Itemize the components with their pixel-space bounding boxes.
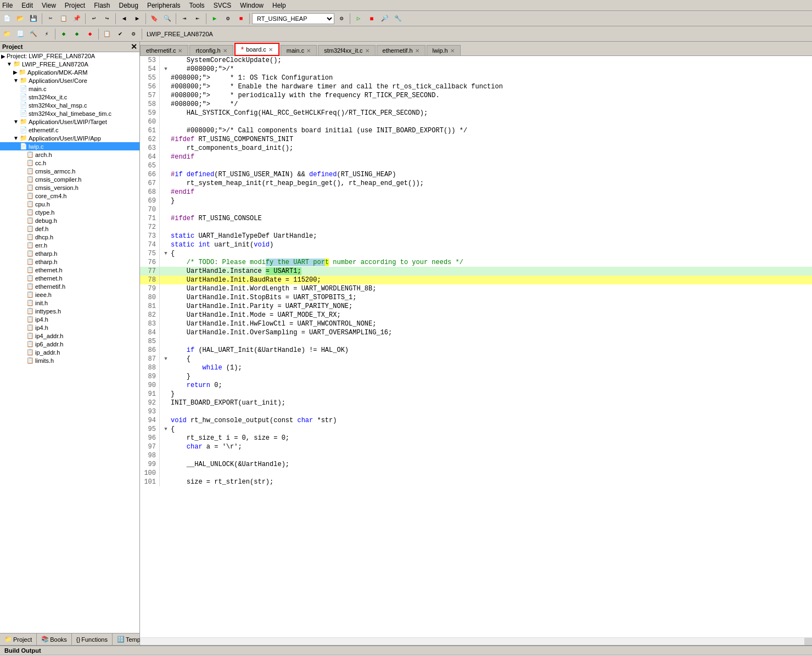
tb2-btn5[interactable]: 📋 (101, 28, 113, 40)
tree-dhcp-h[interactable]: 📋 dhcp.h (0, 233, 139, 241)
find-button[interactable]: 🔍 (161, 13, 173, 25)
copy-button[interactable]: 📋 (58, 13, 70, 25)
tree-err-h[interactable]: 📋 err.h (0, 241, 139, 249)
menu-window[interactable]: Window (240, 2, 264, 9)
horizontal-scrollbar[interactable] (140, 637, 812, 645)
tree-main-c[interactable]: 📄 main.c (0, 85, 139, 93)
save-button[interactable]: 💾 (27, 13, 40, 25)
tree-stm32-it[interactable]: 📄 stm32f4xx_it.c (0, 93, 139, 101)
new-file-button[interactable]: 📄 (1, 13, 13, 25)
tree-ethernet-h1[interactable]: 📋 ethernet.h (0, 266, 139, 274)
build-button[interactable]: ▶ (209, 13, 221, 25)
nav-forward-button[interactable]: ▶ (131, 13, 143, 25)
tab-main-c[interactable]: main.c ✕ (281, 45, 317, 55)
tab-rtconfig-h[interactable]: rtconfig.h ✕ (189, 45, 233, 55)
editor-content[interactable]: 53 SystemCoreClockUpdate();54▼ #008000;"… (140, 56, 812, 637)
tree-arch-h[interactable]: 📋 arch.h (0, 150, 139, 159)
outdent-button[interactable]: ⇤ (192, 13, 204, 25)
tab-lwip-h-close[interactable]: ✕ (450, 48, 455, 54)
settings-button[interactable]: 🔧 (392, 13, 404, 25)
tab-stm32f4xx-it-close[interactable]: ✕ (365, 48, 369, 54)
tree-cmsis-armcc[interactable]: 📋 cmsis_armcc.h (0, 167, 139, 175)
tree-project[interactable]: ▼ 📁 LWIP_FREE_LAN8720A (0, 60, 139, 68)
cut-button[interactable]: ✂ (44, 13, 57, 25)
tab-project[interactable]: 📁 Project (0, 633, 37, 645)
tab-main-c-close[interactable]: ✕ (306, 48, 311, 54)
tab-board-c[interactable]: * board.c ✕ (234, 43, 279, 56)
tab-functions[interactable]: {} Functions (72, 633, 113, 645)
tab-lwip-h[interactable]: lwip.h ✕ (427, 45, 461, 55)
tab-rtconfig-h-close[interactable]: ✕ (223, 48, 227, 54)
tree-debug-h[interactable]: 📋 debug.h (0, 216, 139, 225)
tree-def-h[interactable]: 📋 def.h (0, 225, 139, 233)
tree-core-cm4[interactable]: 📋 core_cm4.h (0, 192, 139, 200)
tree-ieee-h[interactable]: 📋 ieee.h (0, 290, 139, 299)
tree-ip-addr-h[interactable]: 📋 ip_addr.h (0, 348, 139, 356)
tree-init-h[interactable]: 📋 init.h (0, 299, 139, 307)
tree-cmsis-compiler[interactable]: 📋 cmsis_compiler.h (0, 175, 139, 183)
open-button[interactable]: 📂 (14, 13, 26, 25)
tree-cpu-h[interactable]: 📋 cpu.h (0, 200, 139, 208)
h-scroll-thumb[interactable] (804, 638, 812, 645)
project-panel-close[interactable]: ✕ (131, 43, 137, 51)
tree-etharp-h1[interactable]: 📋 etharp.h (0, 249, 139, 257)
stop-button[interactable]: ■ (235, 13, 247, 25)
tb2-btn7[interactable]: ⚙ (127, 28, 139, 40)
target-dropdown[interactable]: RT_USING_HEAP (252, 13, 334, 24)
tb2-btn3[interactable]: 🔨 (27, 28, 40, 40)
redo-button[interactable]: ↪ (101, 13, 113, 25)
tree-root[interactable]: ▶ Project: LWIP_FREE_LAN8720A (0, 52, 139, 60)
target-options-button[interactable]: ⚙ (335, 13, 348, 25)
code-editor[interactable]: 53 SystemCoreClockUpdate();54▼ #008000;"… (140, 56, 812, 645)
tab-board-c-close[interactable]: ✕ (268, 47, 273, 53)
menu-peripherals[interactable]: Peripherals (147, 2, 181, 9)
tree-ip4-h2[interactable]: 📋 ip4.h (0, 323, 139, 332)
rebuild-button[interactable]: ⚙ (222, 13, 234, 25)
tab-ethernetif-h[interactable]: ethernetif.h ✕ (377, 45, 425, 55)
tree-ip4-h1[interactable]: 📋 ip4.h (0, 315, 139, 323)
menu-edit[interactable]: Edit (21, 2, 33, 9)
menu-project[interactable]: Project (65, 2, 85, 9)
tree-inttypes-h[interactable]: 📋 inttypes.h (0, 307, 139, 315)
tree-ip4-addr-h[interactable]: 📋 ip4_addr.h (0, 332, 139, 340)
tree-lwip-target[interactable]: ▼ 📁 Application/User/LWIP/Target (0, 117, 139, 126)
indent-button[interactable]: ⇥ (178, 13, 191, 25)
bookmark-button[interactable]: 🔖 (148, 13, 160, 25)
tb2-red1[interactable]: ◆ (84, 28, 96, 40)
paste-button[interactable]: 📌 (71, 13, 83, 25)
tb2-btn1[interactable]: 📁 (1, 28, 13, 40)
tree-cmsis-version[interactable]: 📋 cmsis_version.h (0, 183, 139, 192)
tree-limits-h[interactable]: 📋 limits.h (0, 356, 139, 365)
nav-back-button[interactable]: ◀ (118, 13, 130, 25)
tab-ethernetif-c[interactable]: ethernetif.c ✕ (140, 45, 188, 55)
debug-stop-button[interactable]: ◼ (366, 13, 378, 25)
tree-ethernetif-h[interactable]: 📋 ethernetif.h (0, 282, 139, 290)
tab-books[interactable]: 📚 Books (37, 633, 72, 645)
tree-etharp-h2[interactable]: 📋 etharp.h (0, 257, 139, 266)
tree-ip6-addr-h[interactable]: 📋 ip6_addr.h (0, 340, 139, 348)
tree-core[interactable]: ▼ 📁 Application/User/Core (0, 76, 139, 85)
tb2-btn6[interactable]: ✔ (114, 28, 126, 40)
menu-view[interactable]: View (42, 2, 56, 9)
menu-help[interactable]: Help (272, 2, 286, 9)
tree-cc-h[interactable]: 📋 cc.h (0, 159, 139, 167)
tree-mdk[interactable]: ▶ 📁 Application/MDK-ARM (0, 68, 139, 76)
debug-start-button[interactable]: ▷ (352, 13, 365, 25)
search-in-files-button[interactable]: 🔎 (379, 13, 391, 25)
tb2-green2[interactable]: ◆ (71, 28, 83, 40)
tree-lwip-c[interactable]: 📄 lwip.c (0, 142, 139, 150)
menu-flash[interactable]: Flash (94, 2, 110, 9)
undo-button[interactable]: ↩ (88, 13, 100, 25)
tree-ethernetif[interactable]: 📄 ethernetif.c (0, 126, 139, 134)
tree-lwip-app[interactable]: ▼ 📁 Application/User/LWIP/App (0, 134, 139, 142)
tree-ethernet-h2[interactable]: 📋 ethernet.h (0, 274, 139, 282)
tree-stm32-tim[interactable]: 📄 stm32f4xx_hal_timebase_tim.c (0, 109, 139, 117)
tb2-btn2[interactable]: 📃 (14, 28, 26, 40)
tree-stm32-msp[interactable]: 📄 stm32f4xx_hal_msp.c (0, 101, 139, 109)
menu-file[interactable]: File (2, 2, 13, 9)
tab-stm32f4xx-it[interactable]: stm32f4xx_it.c ✕ (318, 45, 375, 55)
tb2-btn4[interactable]: ⚡ (41, 28, 53, 40)
tab-ethernetif-c-close[interactable]: ✕ (178, 48, 182, 54)
menu-svcs[interactable]: SVCS (214, 2, 232, 9)
menu-tools[interactable]: Tools (189, 2, 205, 9)
